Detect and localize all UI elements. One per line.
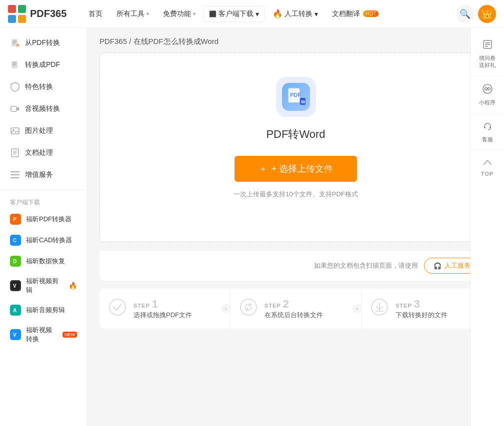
- svg-rect-3: [18, 15, 26, 23]
- data-recovery-icon: D: [10, 256, 21, 267]
- shield-icon: [10, 82, 20, 92]
- sidebar-dl-label: 福昕数据恢复: [26, 257, 65, 266]
- sidebar-item-to-pdf[interactable]: 转换成PDF: [0, 54, 87, 76]
- sidebar-item-image[interactable]: 图片处理: [0, 120, 87, 142]
- sidebar-dl-video-convert[interactable]: V 福昕视频转换 NEW: [0, 321, 87, 349]
- search-icon: 🔍: [460, 8, 470, 19]
- video-edit-icon: V: [10, 280, 21, 291]
- chevron-down-icon: ▾: [193, 11, 196, 16]
- survey-panel-item[interactable]: 填问卷送好礼: [470, 32, 504, 76]
- manual-service-bar: 如果您的文档包含扫描页面，请使用 🎧 人工服务: [100, 250, 492, 281]
- miniprogram-icon: [482, 83, 493, 97]
- svg-point-39: [110, 299, 126, 315]
- hot-badge: HOT: [363, 10, 378, 17]
- svg-text:D: D: [13, 259, 16, 264]
- fire-icon: 🔥: [272, 9, 282, 18]
- sidebar-label: 文档处理: [25, 148, 53, 157]
- svg-rect-16: [13, 151, 17, 151]
- nav-home[interactable]: 首页: [82, 6, 108, 21]
- svg-rect-17: [13, 152, 17, 153]
- sidebar-label: 图片处理: [25, 126, 53, 135]
- video-convert-icon: V: [10, 329, 21, 340]
- sidebar-item-from-pdf[interactable]: 从PDF转换: [0, 32, 87, 54]
- nav-manual[interactable]: 🔥 人工转换 ▾: [266, 6, 324, 21]
- svg-rect-9: [12, 62, 16, 63]
- sidebar-dl-label: 福昕音频剪辑: [26, 306, 65, 315]
- to-pdf-icon: [10, 60, 20, 70]
- upload-card: PDF W PDF转Word ＋ + 选择上传文件 一次上传最多支持10个文件、…: [100, 52, 492, 242]
- svg-rect-1: [18, 5, 26, 13]
- plus-icon: ＋: [258, 163, 268, 175]
- svg-text:V: V: [13, 332, 16, 338]
- headset-panel-icon: [482, 120, 493, 134]
- svg-point-48: [488, 87, 490, 90]
- svg-text:A: A: [13, 308, 16, 313]
- sidebar-section-downloads: 客户端下载: [0, 194, 87, 209]
- breadcrumb: PDF365 / 在线PDF怎么转换成Word: [88, 28, 504, 52]
- chevron-down-icon: ▾: [256, 10, 259, 18]
- main-layout: 从PDF转换 转换成PDF 特色转换 音视频转换 图片处理: [0, 28, 504, 426]
- logo-text: PDF365: [30, 8, 66, 19]
- customer-service-panel-item[interactable]: 客服: [470, 113, 504, 150]
- user-avatar[interactable]: 👑: [478, 5, 496, 23]
- hot-badge: 🔥: [68, 282, 77, 290]
- svg-rect-5: [12, 40, 16, 41]
- svg-rect-19: [10, 171, 20, 172]
- miniprogram-panel-item[interactable]: 小程序: [470, 76, 504, 113]
- sidebar-item-special[interactable]: 特色转换: [0, 76, 87, 98]
- sidebar-dl-audio-edit[interactable]: A 福昕音频剪辑: [0, 300, 87, 321]
- logo[interactable]: PDF365: [8, 5, 66, 23]
- svg-rect-43: [485, 42, 490, 43]
- svg-point-51: [488, 129, 489, 130]
- svg-rect-20: [10, 174, 20, 175]
- svg-point-40: [240, 299, 256, 315]
- main-content: PDF365 / 在线PDF怎么转换成Word PDF W PDF转Word ＋…: [88, 28, 504, 426]
- top-label: TOP: [481, 171, 494, 177]
- nav-tools[interactable]: 所有工具 ▾: [110, 6, 155, 21]
- svg-text:W: W: [301, 99, 306, 104]
- sidebar-dl-cad[interactable]: C 福昕CAD转换器: [0, 230, 87, 251]
- sidebar-dl-recovery[interactable]: D 福昕数据恢复: [0, 251, 87, 272]
- audio-edit-icon: A: [10, 305, 21, 316]
- nav-items: 首页 所有工具 ▾ 免费功能 ▾ ⬛ 客户端下载 ▾ 🔥 人工转换 ▾ 文档翻译…: [82, 6, 456, 22]
- nav-free[interactable]: 免费功能 ▾: [157, 6, 202, 21]
- sidebar-item-av[interactable]: 音视频转换: [0, 98, 87, 120]
- chevron-down-icon: ▾: [146, 11, 149, 16]
- svg-rect-44: [485, 44, 490, 45]
- step-arrow: ›: [352, 304, 362, 313]
- doc-icon: [10, 148, 20, 158]
- miniprogram-label: 小程序: [479, 99, 496, 106]
- sidebar-label: 从PDF转换: [25, 38, 60, 47]
- sidebar-dl-label: 福昕视频转换: [26, 326, 56, 344]
- nav-translate[interactable]: 文档翻译 HOT: [326, 6, 384, 21]
- sidebar-item-doc[interactable]: 文档处理: [0, 142, 87, 164]
- sidebar-item-vip[interactable]: 增值服务: [0, 164, 87, 186]
- svg-rect-11: [12, 65, 15, 66]
- svg-point-47: [484, 87, 487, 90]
- step-arrow: ›: [222, 304, 230, 313]
- tool-title: PDF转Word: [266, 127, 325, 142]
- nav-download[interactable]: ⬛ 客户端下载 ▾: [204, 6, 264, 22]
- sidebar-dl-label: 福昕CAD转换器: [26, 236, 72, 245]
- back-to-top-button[interactable]: TOP: [470, 150, 504, 184]
- svg-text:PDF: PDF: [290, 92, 301, 98]
- svg-rect-6: [12, 42, 16, 43]
- svg-rect-18: [13, 154, 16, 154]
- crown-icon: 👑: [482, 8, 492, 19]
- sidebar-label: 特色转换: [25, 82, 53, 91]
- svg-rect-10: [12, 64, 16, 65]
- svg-rect-2: [8, 15, 16, 23]
- sidebar-label: 音视频转换: [25, 104, 60, 113]
- chevron-up-icon: [482, 157, 493, 169]
- cad-converter-icon: C: [10, 235, 21, 246]
- search-button[interactable]: 🔍: [456, 5, 474, 23]
- step-2: STEP 2 在系统后台转换文件 ›: [230, 289, 362, 329]
- headset-icon: 🎧: [434, 262, 442, 270]
- upload-button[interactable]: ＋ + 选择上传文件: [234, 156, 358, 182]
- sidebar-label: 转换成PDF: [25, 60, 60, 69]
- sidebar-dl-pdf[interactable]: P 福昕PDF转换器: [0, 209, 87, 230]
- sidebar-dl-video-edit[interactable]: V 福昕视频剪辑 🔥: [0, 272, 87, 300]
- from-pdf-icon: [10, 38, 20, 48]
- pdf-converter-icon: P: [10, 214, 21, 225]
- svg-rect-12: [11, 106, 16, 111]
